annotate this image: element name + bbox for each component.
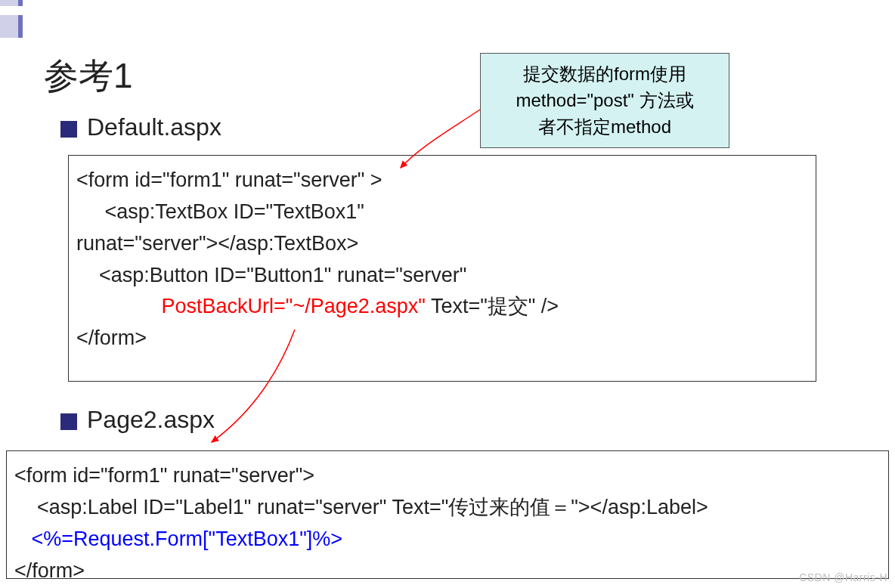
code-line: </form> bbox=[14, 556, 881, 587]
code-line: <asp:Button ID="Button1" runat="server" bbox=[76, 260, 808, 292]
code-line: </form> bbox=[76, 323, 808, 354]
code-line: <asp:Label ID="Label1" runat="server" Te… bbox=[14, 492, 881, 524]
heading-default-aspx: Default.aspx bbox=[87, 113, 221, 141]
request-form-highlight: <%=Request.Form["TextBox1"]%> bbox=[32, 528, 343, 550]
code-box-page2: <form id="form1" runat="server"> <asp:La… bbox=[6, 450, 889, 579]
watermark: CSDN @Harris-H bbox=[799, 571, 887, 583]
code-line: <form id="form1" runat="server"> bbox=[14, 460, 881, 492]
slide-decor-side bbox=[0, 15, 23, 38]
slide-title: 参考1 bbox=[44, 53, 133, 100]
code-box-default: <form id="form1" runat="server" > <asp:T… bbox=[68, 155, 816, 382]
code-line: runat="server"></asp:TextBox> bbox=[76, 228, 808, 260]
code-indent bbox=[14, 524, 32, 556]
code-line: <asp:TextBox ID="TextBox1" bbox=[76, 197, 808, 228]
code-line: <%=Request.Form["TextBox1"]%> bbox=[14, 524, 881, 556]
callout-box: 提交数据的form使用 method="post" 方法或 者不指定method bbox=[480, 53, 729, 148]
callout-line: method="post" 方法或 bbox=[487, 88, 723, 114]
code-indent bbox=[76, 291, 162, 323]
code-line: PostBackUrl="~/Page2.aspx" Text="提交" /> bbox=[76, 291, 808, 323]
code-text: Text="提交" /> bbox=[426, 295, 559, 317]
slide-decor-top bbox=[0, 0, 23, 6]
bullet-icon bbox=[60, 121, 77, 138]
postbackurl-highlight: PostBackUrl="~/Page2.aspx" bbox=[162, 295, 426, 317]
code-line: <form id="form1" runat="server" > bbox=[76, 165, 808, 197]
callout-line: 者不指定method bbox=[487, 114, 723, 141]
bullet-icon bbox=[60, 413, 77, 430]
callout-line: 提交数据的form使用 bbox=[487, 61, 723, 88]
heading-page2-aspx: Page2.aspx bbox=[87, 406, 215, 434]
